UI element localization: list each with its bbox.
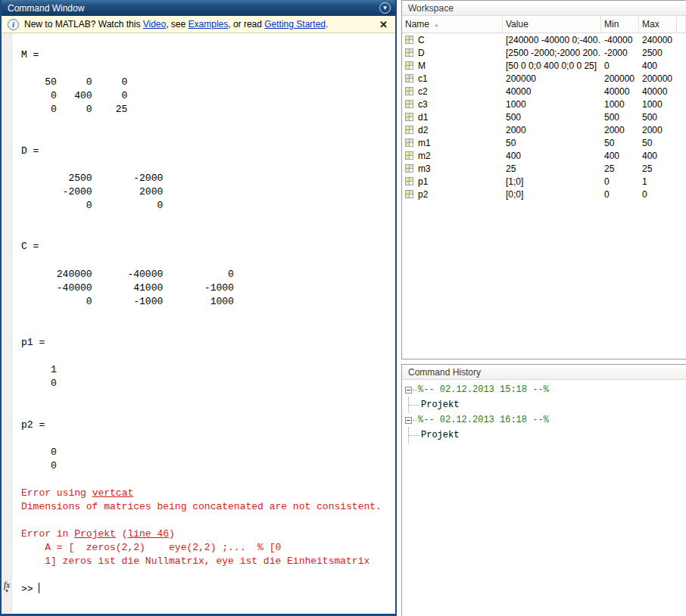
table-row[interactable]: p1 [1;0] 0 1	[402, 175, 686, 188]
variable-matrix-icon	[405, 126, 413, 134]
command-window-gutter	[2, 33, 12, 613]
workspace-panel: Workspace Name▲ Value Min Max C [240000 …	[401, 0, 686, 359]
notification-bar: i New to MATLAB? Watch this Video, see E…	[2, 16, 395, 33]
table-row[interactable]: C [240000 -40000 0;-400... -40000 240000	[402, 33, 686, 46]
command-window-body: M = 50 0 0 0 400 0 0 0 25 D = 2500 -2000…	[2, 33, 395, 613]
column-header-max[interactable]: Max	[639, 16, 677, 33]
variable-matrix-icon	[405, 151, 413, 160]
fx-function-hints-button[interactable]: fx ▼	[2, 581, 12, 593]
collapse-icon[interactable]	[405, 387, 412, 394]
variable-matrix-icon	[405, 74, 413, 82]
vertcat-link[interactable]: vertcat	[92, 487, 134, 499]
table-row[interactable]: c2 40000 40000 40000	[402, 85, 686, 98]
variable-matrix-icon	[405, 36, 413, 44]
console-output: M = 50 0 0 0 400 0 0 0 25 D = 2500 -2000…	[12, 33, 395, 613]
variable-matrix-icon	[405, 138, 413, 147]
video-link[interactable]: Video	[143, 19, 166, 30]
command-window-title: Command Window	[8, 3, 84, 14]
info-icon: i	[8, 19, 19, 30]
history-session-row: %-- 02.12.2013 16:18 --%	[402, 412, 686, 428]
tree-elbow-connector	[409, 405, 419, 406]
column-header-spacer	[677, 16, 686, 33]
variable-matrix-icon	[405, 100, 413, 108]
getting-started-link[interactable]: Getting Started	[264, 19, 326, 30]
table-row[interactable]: c3 1000 1000 1000	[402, 98, 686, 110]
tree-elbow-connector	[409, 435, 419, 436]
projekt-link[interactable]: Projekt	[74, 528, 116, 540]
table-row[interactable]: d2 2000 2000 2000	[402, 123, 686, 136]
collapse-icon[interactable]	[405, 417, 412, 424]
table-row[interactable]: m3 25 25 25	[402, 162, 686, 175]
line-46-link[interactable]: line 46	[127, 528, 169, 540]
table-row[interactable]: M [50 0 0;0 400 0;0 0 25] 0 400	[402, 59, 686, 72]
table-row[interactable]: m1 50 50 50	[402, 136, 686, 149]
command-history-titlebar[interactable]: Command History	[402, 365, 686, 380]
variable-matrix-icon	[405, 164, 413, 173]
error-message-block: Error using vertcat Dimensions of matric…	[21, 487, 392, 569]
command-window-titlebar[interactable]: Command Window ▼	[2, 0, 395, 16]
table-row[interactable]: D [2500 -2000;-2000 200... -2000 2500	[402, 46, 686, 59]
table-row[interactable]: c1 200000 200000 200000	[402, 72, 686, 85]
command-history-panel: Command History %-- 02.12.2013 15:18 --%…	[401, 364, 686, 616]
list-item[interactable]: Projekt	[409, 428, 686, 443]
command-window-panel: Command Window ▼ i New to MATLAB? Watch …	[0, 0, 397, 616]
prompt-chevrons: >>	[21, 583, 33, 595]
error-code-line-1: A = [ zeros(2,2) eye(2,2) ;... % [0	[21, 541, 392, 555]
list-item[interactable]: Projekt	[409, 397, 686, 412]
table-row[interactable]: m2 400 400 400	[402, 149, 686, 162]
error-detail-line: Dimensions of matrices being concatenate…	[21, 500, 392, 514]
sort-asc-icon: ▲	[434, 22, 439, 27]
command-prompt[interactable]: >>	[21, 583, 392, 596]
panel-menu-icon[interactable]: ▼	[379, 2, 391, 14]
error-code-line-2: 1] zeros ist die Nullmatrix, eye ist die…	[21, 555, 392, 568]
column-header-value[interactable]: Value	[503, 16, 601, 33]
history-session-row: %-- 02.12.2013 15:18 --%	[402, 382, 686, 397]
table-row[interactable]: d1 500 500 500	[402, 110, 686, 123]
variable-matrix-icon	[405, 190, 413, 198]
workspace-title: Workspace	[408, 3, 454, 14]
command-history-tree: %-- 02.12.2013 15:18 --% Projekt %-- 02.…	[402, 380, 686, 443]
console-output-text: M = 50 0 0 0 400 0 0 0 25 D = 2500 -2000…	[21, 48, 392, 473]
history-session-children: Projekt	[408, 397, 686, 412]
variable-matrix-icon	[405, 87, 413, 95]
column-header-name[interactable]: Name▲	[402, 16, 503, 33]
examples-link[interactable]: Examples	[189, 19, 229, 30]
history-session-timestamp: %-- 02.12.2013 15:18 --%	[418, 384, 549, 395]
variable-matrix-icon	[405, 177, 413, 185]
command-history-title: Command History	[408, 367, 481, 378]
variable-matrix-icon	[405, 61, 413, 70]
variable-matrix-icon	[405, 113, 413, 121]
history-session-children: Projekt	[408, 428, 686, 443]
variable-matrix-icon	[405, 48, 413, 57]
workspace-header-row: Name▲ Value Min Max	[402, 16, 686, 33]
close-icon[interactable]: ✕	[378, 19, 389, 30]
tree-connector	[413, 390, 417, 390]
text-cursor	[39, 583, 39, 593]
notification-text: New to MATLAB? Watch this Video, see Exa…	[24, 19, 378, 30]
tree-connector	[413, 420, 417, 421]
table-row[interactable]: p2 [0;0] 0 0	[402, 188, 686, 201]
history-session-timestamp: %-- 02.12.2013 16:18 --%	[418, 415, 549, 425]
workspace-titlebar[interactable]: Workspace	[402, 1, 686, 16]
column-header-min[interactable]: Min	[601, 16, 639, 33]
